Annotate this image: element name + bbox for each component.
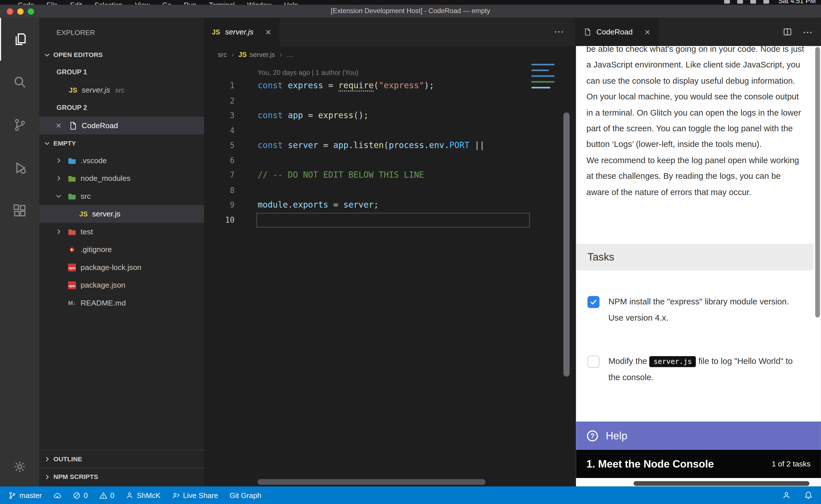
code-line-9[interactable]: 9module.exports = server; [204, 198, 575, 212]
sidebar-section-outline[interactable]: OUTLINE [39, 450, 204, 468]
tab-server-js[interactable]: JS server.js [204, 18, 280, 46]
code-line-1[interactable]: 1const express = require("express"); [204, 79, 575, 93]
npm-icon: npm [68, 263, 76, 272]
open-editor-server-js[interactable]: JSserver.jssrc [39, 81, 204, 99]
section-label: OUTLINE [53, 455, 82, 463]
activity-explorer[interactable] [0, 18, 39, 61]
sidebar-item-node-modules[interactable]: node_modules [39, 169, 204, 187]
status-accounts[interactable] [782, 491, 791, 499]
menu-selection[interactable]: Selection [88, 0, 128, 5]
line-number: 10 [204, 213, 235, 228]
code-line-8[interactable]: 8 [204, 183, 575, 198]
sidebar-item-gitignore[interactable]: .gitignore [39, 241, 204, 258]
breadcrumb-item-server-js[interactable]: JSserver.js [239, 50, 275, 58]
status-live-share-account[interactable]: ShMcK [126, 491, 160, 499]
menu-run[interactable]: Run [177, 0, 203, 5]
sidebar-item-package-lock-json[interactable]: npmpackage-lock.json [39, 258, 204, 276]
breadcrumb-separator: › [280, 50, 282, 58]
sidebar-section-npm-scripts[interactable]: NPM SCRIPTS [39, 468, 204, 485]
menu-view[interactable]: View [129, 0, 156, 5]
code-editor[interactable]: You, 20 days ago | 1 author (You) 1const… [204, 63, 575, 228]
task-checkbox-unchecked[interactable] [587, 356, 599, 368]
sidebar-item-readme-md[interactable]: M↓README.md [39, 294, 204, 312]
title-bar[interactable]: [Extension Development Host] - CodeRoad … [0, 5, 821, 18]
sidebar-item-vscode[interactable]: .vscode [39, 152, 204, 169]
minimap-line [531, 87, 550, 89]
lesson-footer[interactable]: 1. Meet the Node Console 1 of 2 tasks [576, 450, 821, 478]
sidebar-bottom-sections: OUTLINENPM SCRIPTS [39, 450, 204, 485]
help-section[interactable]: ? Help [576, 421, 821, 450]
task-item-2: Modify the server.js file to log "Hello … [587, 354, 805, 386]
editor-vertical-scrollbar[interactable] [563, 112, 569, 377]
sidebar-item-package-json[interactable]: npmpackage.json [39, 276, 204, 294]
menu-code[interactable]: Code [11, 0, 40, 5]
breadcrumb-item-src[interactable]: src [218, 50, 227, 58]
status-errors[interactable]: 0 [73, 491, 88, 499]
tree-item-label: node_modules [81, 174, 130, 183]
editor-horizontal-scrollbar[interactable] [258, 479, 485, 485]
status-live-share[interactable]: Live Share [172, 491, 218, 499]
md-icon: M↓ [68, 298, 76, 307]
menu-terminal[interactable]: Terminal [203, 0, 241, 5]
menu-file[interactable]: File [40, 0, 64, 5]
code-line-7[interactable]: 7// -- DO NOT EDIT BELOW THIS LINE [204, 168, 575, 183]
chevron-right-icon [55, 157, 62, 164]
minimap-line [531, 78, 556, 80]
code-line-6[interactable]: 6 [204, 153, 575, 168]
sidebar-item-src[interactable]: src [39, 187, 204, 205]
code-line-5[interactable]: 5const server = app.listen(process.env.P… [204, 138, 575, 153]
menu-edit[interactable]: Edit [64, 0, 88, 5]
close-tab-icon[interactable] [265, 28, 273, 36]
chevron-right-icon [55, 228, 62, 235]
sidebar-item-server-js[interactable]: JSserver.js [39, 205, 204, 223]
status-publish-changes[interactable] [53, 491, 61, 499]
minimap[interactable] [531, 64, 556, 93]
line-number: 9 [204, 198, 235, 212]
close-editor-icon [55, 122, 62, 129]
minimap-line [531, 81, 554, 83]
tree-item-label: server.js [92, 210, 120, 218]
tree-item-label: package.json [81, 281, 125, 289]
open-editor-coderoad[interactable]: CodeRoad [39, 117, 204, 134]
code-line-10[interactable]: 10 [204, 213, 575, 228]
tab-label: CodeRoad [596, 28, 633, 36]
activity-extensions[interactable] [0, 189, 39, 232]
status-git-graph[interactable]: Git Graph [230, 491, 261, 499]
sidebar-section-open-editors[interactable]: OPEN EDITORS [39, 46, 204, 63]
webview-scrollbar[interactable] [815, 47, 820, 317]
menu-items: CodeFileEditSelectionViewGoRunTerminalWi… [11, 0, 304, 5]
status-notifications[interactable] [804, 491, 812, 499]
code-line-2[interactable]: 2 [204, 93, 575, 108]
minimap-line [531, 67, 556, 68]
task-item-1: NPM install the "express" library module… [587, 294, 805, 326]
status-warnings[interactable]: 0 [99, 491, 114, 499]
sidebar-item-test[interactable]: test [39, 223, 204, 240]
line-number: 5 [204, 138, 235, 153]
sidebar-title: EXPLORER [39, 18, 204, 46]
close-tab-icon[interactable] [644, 28, 652, 36]
menu-window[interactable]: Window [241, 0, 278, 5]
split-editor-icon[interactable] [783, 27, 792, 37]
minimap-line [531, 72, 556, 74]
line-number: 2 [204, 93, 235, 108]
tab-coderoad[interactable]: CodeRoad [576, 18, 659, 46]
menu-go[interactable]: Go [156, 0, 177, 5]
task-checkbox-checked[interactable] [587, 296, 599, 308]
breadcrumb-item-[interactable]: … [287, 50, 293, 58]
activity-search[interactable] [0, 61, 39, 104]
sidebar-section-empty[interactable]: EMPTY [39, 134, 204, 152]
status-git-branch[interactable]: master [8, 491, 42, 499]
line-number: 4 [204, 123, 235, 138]
activity-source-control[interactable] [0, 104, 39, 147]
menu-help[interactable]: Help [278, 0, 304, 5]
editor-more-actions[interactable]: ⋯ [554, 18, 565, 46]
code-line-3[interactable]: 3const app = express(); [204, 108, 575, 123]
minimap-line [531, 75, 554, 77]
menu-bar: CodeFileEditSelectionViewGoRunTerminalWi… [0, 0, 821, 5]
code-lines: 1const express = require("express");23co… [204, 79, 575, 228]
code-line-4[interactable]: 4 [204, 123, 575, 138]
activity-run-debug[interactable] [0, 146, 39, 189]
activity-settings[interactable] [0, 447, 39, 486]
panel-more-actions[interactable]: ⋯ [803, 26, 814, 38]
activity-bar [0, 18, 39, 486]
